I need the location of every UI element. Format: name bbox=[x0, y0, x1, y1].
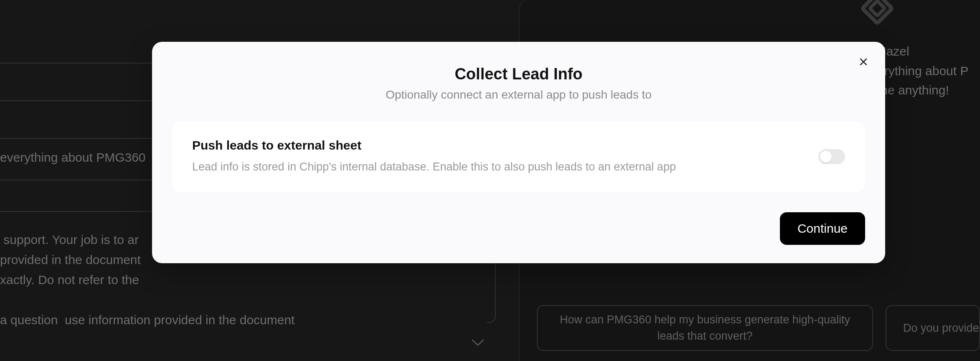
modal-subtitle: Optionally connect an external app to pu… bbox=[172, 88, 865, 102]
push-leads-option-card: Push leads to external sheet Lead info i… bbox=[172, 122, 865, 192]
modal-footer: Continue bbox=[172, 212, 865, 245]
toggle-knob bbox=[820, 151, 832, 163]
option-title: Push leads to external sheet bbox=[192, 138, 802, 153]
close-icon bbox=[858, 56, 869, 67]
modal-title: Collect Lead Info bbox=[172, 65, 865, 83]
push-leads-toggle[interactable] bbox=[818, 149, 845, 164]
continue-button[interactable]: Continue bbox=[780, 212, 865, 245]
collect-lead-info-modal: Collect Lead Info Optionally connect an … bbox=[152, 42, 885, 263]
option-text: Push leads to external sheet Lead info i… bbox=[192, 138, 802, 175]
option-description: Lead info is stored in Chipp's internal … bbox=[192, 158, 802, 175]
modal-header: Collect Lead Info Optionally connect an … bbox=[172, 65, 865, 102]
close-button[interactable] bbox=[855, 53, 872, 70]
toggle-container bbox=[818, 149, 845, 166]
